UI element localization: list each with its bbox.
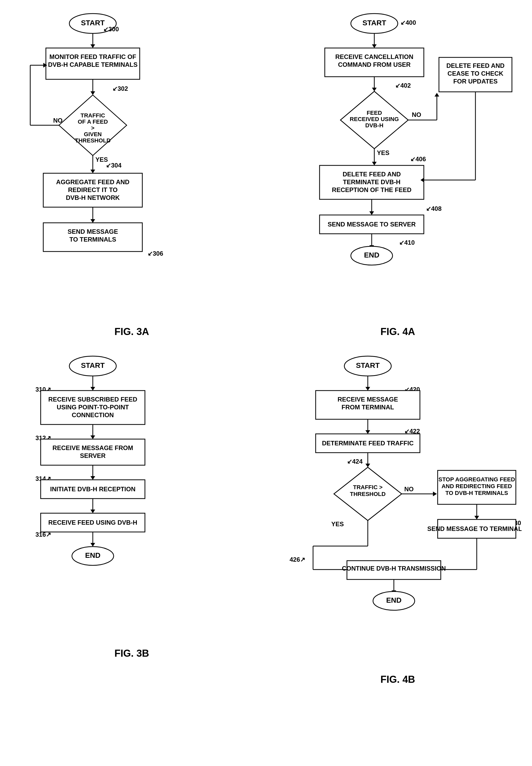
fig3a-label: FIG. 3A	[114, 326, 149, 337]
fig3a-no: NO	[53, 117, 63, 124]
fig3b-sub-3: CONNECTION	[72, 411, 114, 418]
svg-marker-48	[90, 476, 95, 480]
fig4a-d-feed-1: FEED	[367, 109, 382, 116]
fig4a-label: FIG. 4A	[380, 326, 415, 337]
fig4b-recv-msg-2: FROM TERMINAL	[341, 404, 394, 411]
fig4a-ref402: ↙402	[395, 82, 411, 89]
svg-marker-67	[433, 491, 437, 496]
fig3a-agg-3: DVB-H NETWORK	[66, 194, 120, 201]
svg-marker-45	[90, 435, 95, 439]
fig3a-d-traffic-1: TRAFFIC	[80, 112, 105, 119]
fig4b-recv-msg-1: RECEIVE MESSAGE	[338, 396, 398, 403]
fig4b-diagram: START ↙420 RECEIVE MESSAGE FROM TERMINAL…	[274, 353, 522, 685]
fig4b-d-traffic-1: TRAFFIC >	[353, 484, 382, 490]
fig4a-delete-cease-3: FOR UPDATES	[453, 78, 498, 85]
fig3a-send-1: SEND MESSAGE	[68, 228, 118, 235]
fig4a-ref410: ↙410	[399, 239, 415, 246]
fig4b-d-traffic-2: THRESHOLD	[350, 491, 386, 497]
svg-marker-12	[90, 169, 95, 173]
fig4a-yes: YES	[377, 149, 389, 156]
fig3a-ref300: ↙300	[103, 26, 119, 33]
fig3b-msg-1: RECEIVE MESSAGE FROM	[52, 444, 133, 451]
fig3a-ref302: ↙302	[112, 85, 128, 92]
svg-marker-2	[90, 44, 95, 48]
fig4a-end: END	[364, 251, 379, 259]
fig4b-svg: START ↙420 RECEIVE MESSAGE FROM TERMINAL…	[274, 353, 522, 666]
fig3a-d-traffic-5: THRESHOLD	[75, 137, 111, 144]
fig3b-diagram: START 310↗ RECEIVE SUBSCRIBED FEED USING…	[10, 353, 253, 685]
svg-marker-5	[90, 91, 95, 95]
fig3a-diagram: START ↙300 MONITOR FEED TRAFFIC OF DVB-H…	[10, 10, 253, 337]
fig3a-agg-1: AGGREGATE FEED AND	[56, 178, 129, 185]
fig4a-delete-cease-2: CEASE TO CHECK	[448, 70, 504, 77]
fig3b-start: START	[81, 361, 105, 369]
svg-marker-64	[365, 464, 370, 467]
fig4b-stop-3: TO DVB-H TERMINALS	[445, 490, 508, 496]
fig4b-label: FIG. 4B	[380, 674, 415, 685]
fig3b-svg: START 310↗ RECEIVE SUBSCRIBED FEED USING…	[15, 353, 249, 640]
fig4a-d-feed-3: DVB-H	[365, 122, 383, 129]
svg-marker-32	[369, 211, 374, 215]
fig4b-start: START	[356, 361, 380, 369]
svg-marker-29	[372, 162, 377, 165]
fig4a-cancel-2: COMMAND FROM USER	[338, 61, 411, 68]
fig3a-ref304: ↙304	[106, 162, 122, 169]
fig3b-msg-2: SERVER	[80, 452, 105, 459]
fig3a-d-traffic-4: GIVEN	[84, 131, 101, 137]
svg-marker-42	[90, 387, 95, 391]
fig4a-d-feed-2: RECEIVED USING	[350, 116, 399, 122]
fig4b-stop-1: STOP AGGREGATING FEED	[438, 476, 515, 483]
fig4a-delete-term-2: TERMINATE DVB-H	[343, 178, 401, 185]
fig3b-end: END	[85, 551, 100, 559]
fig4b-continue: CONTINUE DVB-H TRANSMISSION	[342, 565, 446, 572]
svg-marker-26	[435, 93, 439, 96]
fig4a-delete-term-3: RECEPTION OF THE FEED	[332, 186, 411, 193]
fig4b-ref426: 426↗	[290, 556, 305, 563]
diagrams-grid: START ↙300 MONITOR FEED TRAFFIC OF DVB-H…	[10, 10, 522, 685]
fig4a-no: NO	[412, 111, 421, 118]
fig3a-monitor-2: DVB-H CAPABLE TERMINALS	[48, 61, 138, 68]
fig3b-sub-2: USING POINT-TO-POINT	[57, 404, 129, 411]
fig3a-d-traffic-2: OF A FEED	[78, 118, 108, 125]
fig3a-monitor-1: MONITOR FEED TRAFFIC OF	[49, 53, 136, 60]
fig3b-ref316: 316↗	[35, 531, 51, 538]
fig4a-delete-cease-1: DELETE FEED AND	[446, 62, 504, 69]
fig3a-agg-2: REDIRECT IT TO	[68, 186, 117, 193]
fig3b-sub-1: RECEIVE SUBSCRIBED FEED	[48, 396, 137, 403]
svg-marker-61	[365, 430, 370, 434]
fig4a-ref406: ↙406	[410, 155, 426, 162]
fig3b-initiate: INITIATE DVB-H RECEPTION	[50, 485, 136, 492]
fig4a-ref400: ↙400	[400, 19, 416, 26]
fig4b-send-msg: SEND MESSAGE TO TERMINALS	[427, 525, 522, 532]
fig4b-stop-2: AND REDIRECTING FEED	[442, 483, 512, 489]
fig4b-no: NO	[404, 485, 414, 492]
fig3b-dvb: RECEIVE FEED USING DVB-H	[48, 519, 137, 526]
fig4b-determinate: DETERMINATE FEED TRAFFIC	[322, 440, 414, 447]
fig4b-ref424: ↙424	[347, 458, 363, 465]
fig4a-send-server: SEND MESSAGE TO SERVER	[328, 221, 416, 228]
svg-marker-15	[90, 219, 95, 223]
fig3a-ref306: ↙306	[148, 250, 163, 257]
fig4b-end: END	[386, 596, 401, 604]
fig4a-start: START	[362, 19, 386, 27]
svg-marker-58	[365, 387, 370, 391]
fig3a-send-2: TO TERMINALS	[69, 236, 116, 243]
svg-marker-70	[474, 516, 479, 519]
svg-marker-22	[372, 88, 377, 91]
fig3a-d-traffic-3: >	[91, 125, 94, 131]
page: START ↙300 MONITOR FEED TRAFFIC OF DVB-H…	[0, 0, 532, 766]
svg-marker-19	[372, 44, 377, 48]
fig4a-cancel-1: RECEIVE CANCELLATION	[335, 53, 413, 60]
fig4b-yes: YES	[331, 520, 344, 527]
svg-marker-51	[90, 509, 95, 513]
fig3b-label: FIG. 3B	[114, 648, 149, 659]
fig4a-diagram: START ↙400 RECEIVE CANCELLATION COMMAND …	[274, 10, 522, 337]
fig4a-delete-term-1: DELETE FEED AND	[343, 170, 401, 178]
fig4a-ref408: ↙408	[426, 205, 442, 212]
fig4a-svg: START ↙400 RECEIVE CANCELLATION COMMAND …	[280, 10, 515, 318]
svg-marker-54	[90, 543, 95, 546]
fig3a-svg: START ↙300 MONITOR FEED TRAFFIC OF DVB-H…	[15, 10, 249, 318]
fig3a-start: START	[81, 19, 105, 27]
